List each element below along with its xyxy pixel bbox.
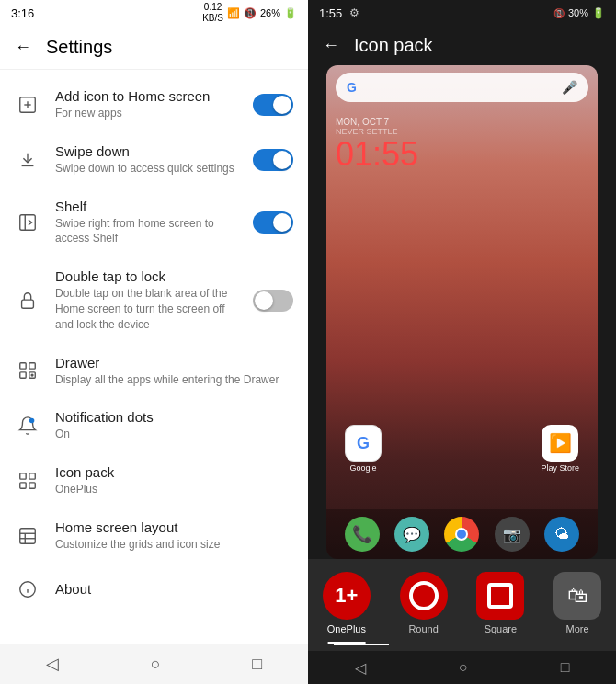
phone-home-row: G Google ▶️ Play Store: [326, 425, 598, 473]
phone-date: MON, OCT 7: [336, 117, 588, 127]
setting-subtitle-home-layout: Customize the grids and icon size: [55, 537, 293, 553]
icon-option-oneplus[interactable]: 1+ OnePlus: [315, 568, 378, 638]
icon-option-more[interactable]: 🛍 More: [546, 568, 609, 638]
oneplus-pack-icon: 1+: [323, 572, 371, 620]
dock-phone-icon: 📞: [345, 517, 380, 552]
lock-icon: [15, 288, 40, 314]
more-pack-icon: 🛍: [553, 572, 601, 620]
right-battery-icon: 🔋: [592, 7, 605, 19]
setting-content-add-icon: Add icon to Home screen For new apps: [55, 88, 238, 121]
phone-date-time: MON, OCT 7 NEVER SETTLE 01:55: [326, 109, 598, 180]
setting-double-tap[interactable]: Double tap to lock Double tap on the bla…: [0, 257, 308, 343]
play-store-icon: ▶️: [542, 425, 578, 462]
svg-rect-16: [20, 483, 26, 488]
home-app-icons: G Google ▶️ Play Store: [326, 425, 598, 476]
spacer3: [491, 425, 531, 473]
left-nav-back[interactable]: ◁: [24, 646, 81, 681]
setting-content-shelf: Shelf Swipe right from home screen to ac…: [55, 199, 238, 247]
about-icon: [15, 576, 40, 602]
setting-home-layout[interactable]: Home screen layout Customize the grids a…: [0, 508, 308, 564]
setting-content-notification-dots: Notification dots On: [55, 409, 293, 442]
left-panel: 3:16 0.12KB/S 📶 📵 26% 🔋 ← Settings: [0, 0, 308, 684]
toggle-swipe-down[interactable]: [253, 149, 293, 171]
toggle-thumb-swipe-down: [273, 151, 291, 169]
data-speed: 0.12KB/S: [202, 2, 223, 24]
toggle-double-tap[interactable]: [253, 290, 293, 312]
drawer-icon: [15, 358, 40, 383]
dock-camera-icon: 📷: [495, 517, 530, 552]
left-header: ← Settings: [0, 26, 308, 70]
icon-pack-icon: [15, 468, 40, 494]
setting-notification-dots[interactable]: Notification dots On: [0, 398, 308, 453]
settings-list: Add icon to Home screen For new apps Swi…: [0, 70, 308, 644]
gear-icon: ⚙: [349, 6, 359, 19]
setting-shelf[interactable]: Shelf Swipe right from home screen to ac…: [0, 188, 308, 258]
setting-swipe-down[interactable]: Swipe down Swipe down to access quick se…: [0, 132, 308, 188]
setting-subtitle-add-icon: For new apps: [55, 106, 238, 121]
setting-drawer[interactable]: Drawer Display all the apps while enteri…: [0, 344, 308, 399]
left-back-button[interactable]: ←: [15, 38, 31, 57]
right-nav-home[interactable]: ○: [440, 656, 486, 679]
dock-weather-icon: 🌤: [544, 517, 579, 552]
notification-dots-icon: [15, 413, 40, 439]
right-panel: 1:55 ⚙ 📵 30% 🔋 ← Icon pack G 🎤 M: [308, 0, 616, 684]
left-nav-bar: ◁ ○ □: [0, 644, 308, 684]
playstore-label: Play Store: [541, 463, 579, 473]
swipe-down-icon: [15, 147, 40, 173]
right-nav-recents[interactable]: □: [542, 656, 588, 679]
spacer2: [441, 425, 482, 473]
setting-content-icon-pack: Icon pack OnePlus: [55, 464, 293, 497]
home-add-icon: [15, 92, 40, 118]
shelf-icon: [15, 210, 40, 235]
icon-option-round[interactable]: Round: [393, 568, 455, 638]
svg-rect-18: [20, 529, 36, 544]
toggle-thumb-shelf: [273, 213, 291, 232]
setting-content-about: About: [55, 581, 293, 597]
left-nav-home[interactable]: ○: [129, 647, 183, 681]
more-pack-label: More: [566, 623, 589, 634]
icon-pack-options: 1+ OnePlus Round Square: [308, 568, 616, 638]
dock-chrome-icon: [444, 517, 479, 552]
setting-icon-pack[interactable]: Icon pack OnePlus: [0, 453, 308, 508]
phone-icon: 📞: [352, 524, 372, 544]
phone-time-right: 55: [382, 135, 418, 173]
google-mic-icon: 🎤: [562, 80, 577, 95]
oneplus-pack-label: OnePlus: [327, 623, 366, 634]
setting-about[interactable]: About: [0, 564, 308, 615]
left-nav-recents[interactable]: □: [230, 647, 284, 681]
oneplus-logo: 1+: [335, 586, 358, 606]
toggle-add-icon[interactable]: [253, 94, 293, 116]
setting-title-icon-pack: Icon pack: [55, 464, 293, 480]
setting-content-drawer: Drawer Display all the apps while enteri…: [55, 355, 293, 388]
icon-option-square[interactable]: Square: [469, 568, 531, 638]
svg-rect-8: [20, 363, 26, 369]
right-no-sim-icon: 📵: [553, 8, 565, 18]
battery-icon: 🔋: [284, 7, 297, 19]
svg-rect-5: [20, 215, 36, 231]
setting-subtitle-notification-dots: On: [55, 427, 293, 442]
right-nav-back[interactable]: ◁: [337, 656, 384, 680]
setting-add-icon[interactable]: Add icon to Home screen For new apps: [0, 77, 308, 132]
toggle-shelf[interactable]: [253, 211, 293, 234]
right-status-bar: 1:55 ⚙ 📵 30% 🔋: [308, 0, 616, 26]
phone-time-sep: :: [372, 135, 382, 173]
weather-icon: 🌤: [554, 526, 569, 542]
setting-title-about: About: [55, 581, 293, 597]
active-indicator: [334, 644, 389, 645]
setting-content-double-tap: Double tap to lock Double tap on the bla…: [55, 268, 238, 332]
right-header: ← Icon pack: [308, 26, 616, 65]
phone-top-bar: G 🎤: [326, 65, 598, 109]
toggle-thumb-double-tap: [255, 291, 273, 310]
setting-title-home-layout: Home screen layout: [55, 519, 293, 535]
round-pack-label: Round: [408, 623, 438, 634]
google-g-letter: G: [347, 80, 357, 95]
right-back-button[interactable]: ←: [323, 36, 339, 55]
square-inner: [487, 583, 513, 609]
svg-point-12: [31, 375, 33, 377]
svg-rect-15: [29, 473, 35, 479]
left-time: 3:16: [11, 6, 34, 20]
app-google: G Google: [345, 425, 382, 473]
app-playstore: ▶️ Play Store: [541, 425, 579, 473]
setting-content-home-layout: Home screen layout Customize the grids a…: [55, 519, 293, 553]
right-status-left: 1:55 ⚙: [319, 6, 359, 20]
